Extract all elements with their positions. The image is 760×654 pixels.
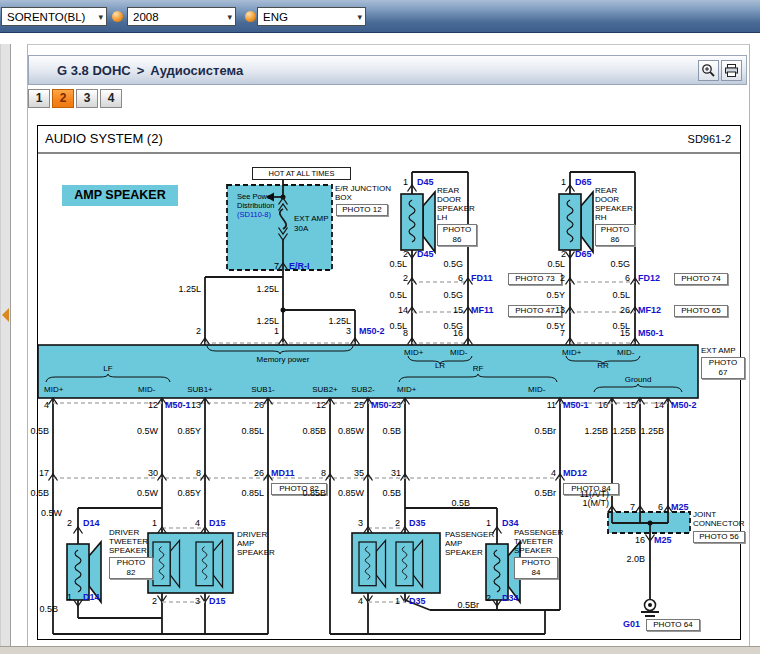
printer-icon — [724, 63, 739, 78]
zoom-button[interactable] — [698, 60, 719, 81]
status-dot-icon — [112, 11, 123, 22]
year-select[interactable]: 2008 ▾ — [127, 7, 236, 26]
collapse-panel-arrow-icon[interactable] — [2, 308, 9, 322]
status-dot-icon — [245, 11, 256, 22]
tab-page-1[interactable]: 1 — [28, 89, 50, 108]
vehicle-select-value: SORENTO(BL) — [7, 11, 85, 23]
tab-page-3[interactable]: 3 — [76, 89, 98, 108]
breadcrumb-section: G 3.8 DOHC — [57, 63, 131, 78]
language-select-value: ENG — [263, 11, 288, 23]
chevron-down-icon: ▾ — [357, 12, 362, 22]
year-select-value: 2008 — [133, 11, 159, 23]
breadcrumb-separator: > — [131, 63, 151, 78]
chevron-down-icon: ▾ — [98, 12, 103, 22]
vehicle-toolbar: SORENTO(BL) ▾ 2008 ▾ ENG ▾ — [0, 0, 760, 33]
breadcrumb-page: Аудиосистема — [150, 63, 243, 78]
chevron-down-icon: ▾ — [227, 12, 232, 22]
print-button[interactable] — [721, 60, 742, 81]
bottom-status-strip — [0, 646, 760, 654]
language-select[interactable]: ENG ▾ — [257, 7, 366, 26]
left-collapse-strip — [0, 44, 11, 646]
tab-page-4[interactable]: 4 — [100, 89, 122, 108]
breadcrumb: G 3.8 DOHC>Аудиосистема — [57, 63, 243, 78]
tab-page-2[interactable]: 2 — [52, 89, 74, 108]
amp-speaker-heading: AMP SPEAKER — [62, 185, 178, 206]
vehicle-select[interactable]: SORENTO(BL) ▾ — [1, 7, 107, 26]
breadcrumb-bar: G 3.8 DOHC>Аудиосистема — [28, 55, 747, 85]
magnifier-plus-icon — [701, 63, 716, 78]
diagram-title: AUDIO SYSTEM (2) — [45, 131, 163, 146]
diagram-code: SD961-2 — [688, 133, 731, 145]
application-window: SORENTO(BL) ▾ 2008 ▾ ENG ▾ G 3.8 DOHC>Ау… — [0, 0, 760, 654]
